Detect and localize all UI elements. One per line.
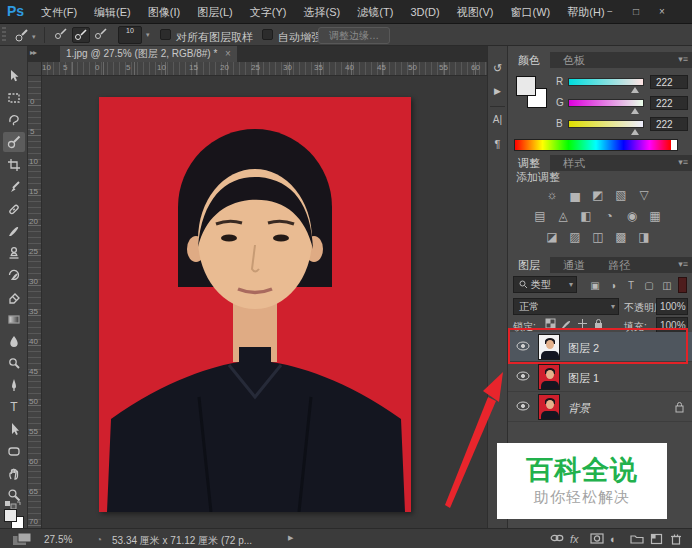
layer-name[interactable]: 背景 xyxy=(568,401,590,416)
tab-close-icon[interactable]: × xyxy=(225,48,231,59)
filter-type-layers-icon[interactable]: T xyxy=(624,280,638,291)
menu-view[interactable]: 视图(V) xyxy=(450,5,501,20)
zoom-level[interactable]: 27.5% xyxy=(44,534,72,545)
color-spectrum-ramp[interactable] xyxy=(514,139,678,151)
layer-filter-type-select[interactable]: 类型 ▾ xyxy=(513,276,577,293)
layer-style-fx-icon[interactable]: fx xyxy=(570,533,579,545)
auto-enhance-label[interactable]: 自动增强 xyxy=(278,30,322,45)
refine-edge-button[interactable]: 调整边缘… xyxy=(318,27,390,44)
channel-b-slider[interactable] xyxy=(568,120,644,128)
menu-window[interactable]: 窗口(W) xyxy=(504,5,558,20)
menu-3d[interactable]: 3D(D) xyxy=(403,6,446,18)
layer-filter-toggle[interactable] xyxy=(678,277,687,293)
exposure-icon[interactable]: ▧ xyxy=(611,188,631,202)
type-tool[interactable]: T xyxy=(3,397,25,417)
curves-icon[interactable]: ◩ xyxy=(588,188,608,202)
path-selection-tool[interactable] xyxy=(3,419,25,439)
tab-swatches[interactable]: 色板 xyxy=(553,52,595,68)
menu-file[interactable]: 文件(F) xyxy=(34,5,84,20)
foreground-color-swatch[interactable] xyxy=(4,509,17,522)
delete-layer-icon[interactable] xyxy=(670,533,682,547)
ruler-origin[interactable] xyxy=(28,62,42,76)
color-lookup-icon[interactable]: ▦ xyxy=(645,209,665,223)
history-brush-tool[interactable] xyxy=(3,265,25,285)
color-fg-swatch[interactable] xyxy=(516,76,536,96)
quick-selection-tool[interactable] xyxy=(3,132,25,152)
vibrance-icon[interactable]: ▽ xyxy=(634,188,654,202)
posterize-icon[interactable]: ▨ xyxy=(565,230,585,244)
tab-paths[interactable]: 路径 xyxy=(598,257,640,273)
new-adjustment-layer-icon[interactable]: ◐ xyxy=(610,533,617,545)
gradient-map-icon[interactable]: ◨ xyxy=(634,230,654,244)
eraser-tool[interactable] xyxy=(3,287,25,307)
brightness-contrast-icon[interactable]: ☼ xyxy=(542,188,562,202)
menu-layer[interactable]: 图层(L) xyxy=(190,5,239,20)
channel-g-value[interactable]: 222 xyxy=(650,96,688,110)
channel-g-slider[interactable] xyxy=(568,99,644,107)
layer-name[interactable]: 图层 1 xyxy=(568,371,599,386)
filter-adjustment-layers-icon[interactable]: ◑ xyxy=(606,280,620,291)
levels-icon[interactable]: ▅ xyxy=(565,188,585,202)
sample-all-layers-label[interactable]: 对所有图层取样 xyxy=(176,30,253,45)
eyedropper-tool[interactable] xyxy=(3,177,25,197)
tool-preset-arrow-icon[interactable]: ▾ xyxy=(32,33,36,41)
blur-tool[interactable] xyxy=(3,331,25,351)
healing-brush-tool[interactable] xyxy=(3,199,25,219)
canvas-area[interactable] xyxy=(42,76,487,528)
channel-mixer-icon[interactable]: ◉ xyxy=(622,209,642,223)
document-image[interactable] xyxy=(99,97,411,512)
black-white-icon[interactable]: ◧ xyxy=(576,209,596,223)
filter-smart-objects-icon[interactable]: ◫ xyxy=(660,280,674,291)
tab-layers[interactable]: 图层 xyxy=(508,257,550,273)
clone-stamp-tool[interactable] xyxy=(3,243,25,263)
actions-panel-icon[interactable]: ▶ xyxy=(487,86,508,96)
document-info[interactable]: 53.34 厘米 x 71.12 厘米 (72 p... xyxy=(112,534,252,548)
opacity-input[interactable]: 100% xyxy=(656,298,688,315)
layer-mask-icon[interactable] xyxy=(590,533,604,546)
layer-thumbnail[interactable] xyxy=(538,394,560,420)
visibility-eye-icon[interactable] xyxy=(516,371,530,383)
channel-r-slider[interactable] xyxy=(568,78,644,86)
status-expand-icon[interactable]: ▶ xyxy=(288,534,293,542)
brush-tool[interactable] xyxy=(3,221,25,241)
filter-shape-layers-icon[interactable]: ▢ xyxy=(642,280,656,291)
color-balance-icon[interactable]: ◬ xyxy=(553,209,573,223)
minimize-button[interactable]: − xyxy=(600,4,620,19)
auto-enhance-checkbox[interactable] xyxy=(262,29,273,40)
pen-tool[interactable] xyxy=(3,375,25,395)
crop-tool[interactable] xyxy=(3,155,25,175)
menu-type[interactable]: 文字(Y) xyxy=(243,5,294,20)
channel-r-value[interactable]: 222 xyxy=(650,75,688,89)
selection-add-mode-button[interactable] xyxy=(72,27,90,43)
invert-icon[interactable]: ◪ xyxy=(542,230,562,244)
dodge-tool[interactable] xyxy=(3,353,25,373)
new-group-icon[interactable] xyxy=(630,533,644,546)
panel-menu-icon[interactable]: ▾≡ xyxy=(678,259,688,269)
menu-edit[interactable]: 编辑(E) xyxy=(87,5,138,20)
tab-color[interactable]: 颜色 xyxy=(508,52,550,68)
menu-select[interactable]: 选择(S) xyxy=(297,5,348,20)
sample-all-layers-checkbox[interactable] xyxy=(160,29,171,40)
history-panel-icon[interactable]: ↺ xyxy=(487,62,508,75)
layer-row-layer1[interactable]: 图层 1 xyxy=(508,362,692,392)
new-layer-icon[interactable] xyxy=(650,533,663,547)
move-tool[interactable] xyxy=(3,66,25,86)
channel-b-value[interactable]: 222 xyxy=(650,117,688,131)
selective-color-icon[interactable]: ▩ xyxy=(611,230,631,244)
tab-styles[interactable]: 样式 xyxy=(553,155,595,171)
collapse-chevrons-icon[interactable]: ▸▸ xyxy=(30,48,36,57)
threshold-icon[interactable]: ◫ xyxy=(588,230,608,244)
selection-subtract-mode-button[interactable] xyxy=(92,27,110,43)
blend-mode-select[interactable]: 正常 ▾ xyxy=(513,298,619,315)
screen-mode-icon[interactable] xyxy=(12,532,32,548)
paragraph-panel-icon[interactable]: ¶ xyxy=(487,138,508,150)
filter-pixel-layers-icon[interactable]: ▣ xyxy=(588,280,602,291)
panel-menu-icon[interactable]: ▾≡ xyxy=(678,54,688,64)
hue-saturation-icon[interactable]: ▤ xyxy=(530,209,550,223)
brush-size-picker[interactable]: 10 xyxy=(118,26,142,44)
maximize-button[interactable]: □ xyxy=(626,4,646,19)
gradient-tool[interactable] xyxy=(3,309,25,329)
character-panel-icon[interactable]: A| xyxy=(487,114,508,125)
tab-adjustments[interactable]: 调整 xyxy=(508,155,550,171)
hand-tool[interactable] xyxy=(3,463,25,483)
